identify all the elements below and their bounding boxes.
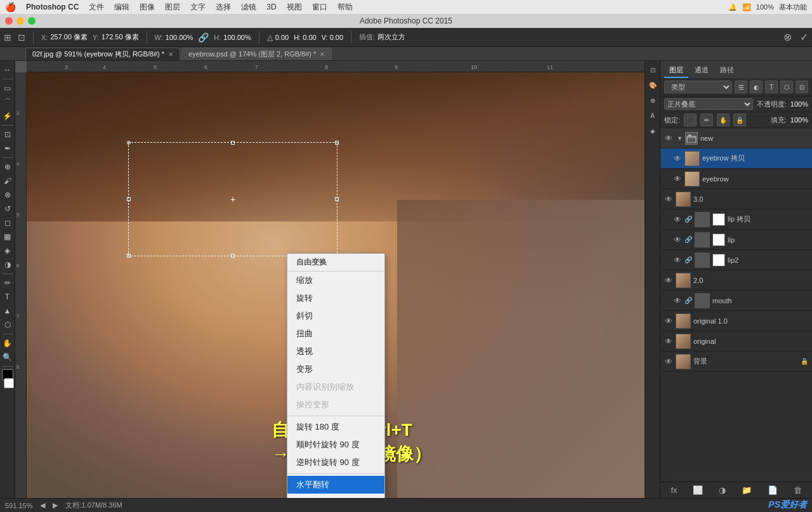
layer-eyebrow-copy[interactable]: 👁 eyebrow 拷贝 bbox=[660, 148, 812, 169]
eraser-tool[interactable]: ◻ bbox=[1, 216, 14, 229]
lock-move-btn[interactable]: ✋ bbox=[717, 114, 730, 126]
opacity-value[interactable]: 100% bbox=[790, 100, 808, 108]
ctx-rotate-180[interactable]: 旋转 180 度 bbox=[287, 418, 384, 436]
heal-tool[interactable]: ⊕ bbox=[1, 161, 14, 173]
close-button[interactable] bbox=[5, 17, 13, 25]
layer-group-new[interactable]: 👁 ▼ new bbox=[660, 128, 812, 148]
selection-tool[interactable]: ▭ bbox=[1, 82, 14, 95]
crop-tool[interactable]: ⊡ bbox=[1, 128, 14, 141]
pen-tool[interactable]: ✏ bbox=[1, 277, 14, 289]
eye-original[interactable]: 👁 bbox=[664, 337, 673, 346]
dodge-tool[interactable]: ◑ bbox=[1, 258, 14, 271]
hand-tool[interactable]: ✋ bbox=[1, 337, 14, 350]
clone-tool[interactable]: ⊗ bbox=[1, 188, 14, 201]
eye-layer-2[interactable]: 👁 bbox=[664, 276, 673, 285]
handle-tl[interactable] bbox=[127, 141, 131, 145]
maximize-button[interactable] bbox=[28, 17, 36, 25]
handle-tr[interactable] bbox=[335, 141, 339, 145]
hskew-value[interactable]: H: 0.00 bbox=[294, 34, 316, 41]
right-tool-4[interactable]: A bbox=[646, 109, 659, 122]
workspace-button[interactable]: 基本功能 bbox=[779, 3, 807, 12]
right-tool-2[interactable]: 🎨 bbox=[646, 79, 659, 91]
right-tool-1[interactable]: ⊡ bbox=[646, 63, 659, 76]
brush-tool[interactable]: 🖌 bbox=[1, 174, 14, 187]
filter-smart-btn[interactable]: ⊡ bbox=[796, 81, 808, 93]
ctx-flip-v[interactable]: 垂直翻转 bbox=[287, 494, 384, 498]
layer-2[interactable]: 👁 2.0 bbox=[660, 270, 812, 291]
menu-view[interactable]: 视图 bbox=[287, 2, 302, 13]
right-tool-5[interactable]: ◈ bbox=[646, 124, 659, 137]
h-value[interactable]: 100.00% bbox=[223, 34, 251, 41]
add-fx-button[interactable]: fx bbox=[671, 485, 677, 495]
minimize-button[interactable] bbox=[16, 17, 24, 25]
handle-mr[interactable] bbox=[335, 197, 339, 201]
menu-edit[interactable]: 编辑 bbox=[114, 2, 129, 13]
ctx-perspective[interactable]: 透视 bbox=[287, 343, 384, 360]
zoom-tool[interactable]: 🔍 bbox=[1, 351, 14, 364]
y-value[interactable]: 172.50 像素 bbox=[102, 32, 139, 42]
add-mask-button[interactable]: ⬜ bbox=[693, 485, 703, 495]
arrow-right-icon[interactable]: ▶ bbox=[53, 501, 58, 509]
quick-selection-tool[interactable]: ⚡ bbox=[1, 110, 14, 122]
ctx-rotate[interactable]: 旋转 bbox=[287, 289, 384, 307]
layer-type-filter[interactable]: 类型 bbox=[664, 81, 732, 93]
handle-bm[interactable] bbox=[231, 254, 235, 258]
shape-tool[interactable]: ⬡ bbox=[1, 318, 14, 331]
menu-window[interactable]: 窗口 bbox=[312, 2, 327, 13]
angle-value[interactable]: 0.00 bbox=[275, 34, 289, 41]
layer-lip2[interactable]: 👁 🔗 lip2 bbox=[660, 250, 812, 270]
handle-ml[interactable] bbox=[127, 197, 131, 201]
right-tool-3[interactable]: ⊕ bbox=[646, 94, 659, 107]
filter-text-btn[interactable]: T bbox=[765, 81, 778, 93]
tab-layers[interactable]: 图层 bbox=[664, 63, 688, 78]
new-adjustment-button[interactable]: ◑ bbox=[719, 485, 726, 495]
ctx-rotate-ccw90[interactable]: 逆时针旋转 90 度 bbox=[287, 454, 384, 471]
layer-eyebrow[interactable]: 👁 eyebrow bbox=[660, 169, 812, 189]
new-group-button[interactable]: 📁 bbox=[742, 485, 752, 495]
layer-3[interactable]: 👁 3.0 bbox=[660, 189, 812, 209]
ctx-skew[interactable]: 斜切 bbox=[287, 307, 384, 325]
layer-original[interactable]: 👁 original bbox=[660, 331, 812, 351]
eye-lip-copy[interactable]: 👁 bbox=[673, 215, 682, 224]
link-proportions-icon[interactable]: 🔗 bbox=[198, 32, 209, 43]
handle-tm[interactable] bbox=[231, 141, 235, 145]
text-tool[interactable]: T bbox=[1, 291, 14, 303]
eye-lip2[interactable]: 👁 bbox=[673, 256, 682, 265]
x-value[interactable]: 257.00 像素 bbox=[50, 32, 88, 42]
menu-file[interactable]: 文件 bbox=[89, 2, 104, 13]
fill-value[interactable]: 100% bbox=[790, 116, 808, 124]
ctx-distort[interactable]: 扭曲 bbox=[287, 325, 384, 343]
eye-background[interactable]: 👁 bbox=[664, 357, 673, 366]
filter-shape-btn[interactable]: ⬡ bbox=[780, 81, 793, 93]
tab-paths[interactable]: 路径 bbox=[715, 63, 739, 78]
group-arrow-new[interactable]: ▼ bbox=[677, 135, 683, 141]
history-brush-tool[interactable]: ↺ bbox=[1, 202, 14, 215]
menu-image[interactable]: 图像 bbox=[140, 2, 155, 13]
gradient-tool[interactable]: ▦ bbox=[1, 230, 14, 243]
move-tool[interactable]: ↔ bbox=[1, 63, 14, 76]
layer-original-1[interactable]: 👁 original 1.0 bbox=[660, 311, 812, 331]
layer-background[interactable]: 👁 背景 🔒 bbox=[660, 351, 812, 372]
delete-layer-button[interactable]: 🗑 bbox=[794, 485, 802, 495]
eye-layer-3[interactable]: 👁 bbox=[664, 195, 673, 204]
blur-tool[interactable]: ◈ bbox=[1, 244, 14, 257]
ctx-rotate-cw90[interactable]: 顺时针旋转 90 度 bbox=[287, 436, 384, 454]
filter-adj-btn[interactable]: ◐ bbox=[750, 81, 763, 93]
apple-menu[interactable]: 🍎 bbox=[5, 2, 16, 12]
eye-group-new[interactable]: 👁 bbox=[664, 134, 673, 143]
layer-lip-copy[interactable]: 👁 🔗 lip 拷贝 bbox=[660, 209, 812, 230]
arrow-left-icon[interactable]: ◀ bbox=[40, 501, 45, 509]
ctx-scale[interactable]: 缩放 bbox=[287, 272, 384, 289]
eye-mouth[interactable]: 👁 bbox=[673, 296, 682, 305]
tab-channels[interactable]: 通道 bbox=[690, 63, 714, 78]
tab-02f-close[interactable]: ✕ bbox=[168, 51, 173, 58]
lock-position-btn[interactable]: ✏ bbox=[700, 114, 713, 126]
eye-eyebrow-copy[interactable]: 👁 bbox=[673, 154, 682, 163]
menu-text[interactable]: 文字 bbox=[190, 2, 206, 13]
menu-3d[interactable]: 3D bbox=[266, 3, 276, 11]
lock-pixels-btn[interactable]: ⬛ bbox=[684, 114, 697, 126]
layer-lip[interactable]: 👁 🔗 lip bbox=[660, 230, 812, 250]
zoom-level[interactable]: 591.15% bbox=[5, 502, 32, 509]
lock-all-btn[interactable]: 🔒 bbox=[733, 114, 746, 126]
tab-eyebrow[interactable]: eyebrow.psd @ 174% (图层 2, RGB/8#) * ✕ bbox=[181, 48, 332, 60]
